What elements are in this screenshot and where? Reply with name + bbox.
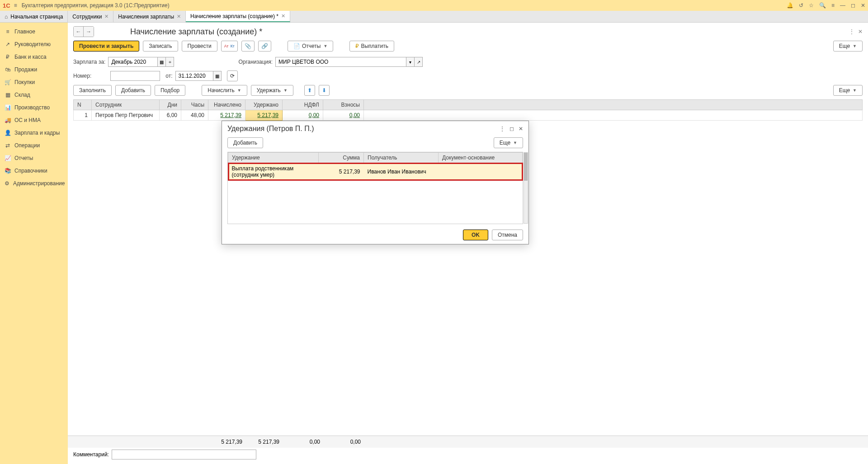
open-link-icon[interactable]: ↗ xyxy=(415,57,423,67)
tab-label: Начисления зарплаты xyxy=(118,14,174,20)
col-contrib[interactable]: Взносы xyxy=(323,100,364,110)
footer-totals: 5 217,39 5 217,39 0,00 0,00 xyxy=(68,436,868,448)
sidebar-item-warehouse[interactable]: ▦Склад xyxy=(0,89,68,101)
add-button[interactable]: Добавить xyxy=(115,85,151,96)
kebab-icon[interactable]: ⋮ xyxy=(849,28,854,35)
scrollbar[interactable] xyxy=(524,152,528,224)
cell-withheld[interactable]: 5 217,39 xyxy=(245,110,283,121)
close-icon[interactable]: ✕ xyxy=(519,126,523,132)
cancel-button[interactable]: Отмена xyxy=(492,230,523,240)
kebab-icon[interactable]: ⋮ xyxy=(500,126,505,132)
cell-employee: Петров Петр Петрович xyxy=(92,110,160,121)
close-icon[interactable]: ✕ xyxy=(104,14,108,19)
post-button[interactable]: Провести xyxy=(182,41,217,52)
spinner-icon[interactable]: ÷ xyxy=(166,57,174,67)
save-button[interactable]: Записать xyxy=(143,41,178,52)
number-input[interactable] xyxy=(110,71,160,81)
sidebar-item-label: Операции xyxy=(14,142,40,149)
fill-button[interactable]: Заполнить xyxy=(73,85,112,96)
cell-ndfl[interactable]: 0,00 xyxy=(283,110,323,121)
minimize-icon[interactable]: — xyxy=(840,2,845,9)
sidebar-item-sales[interactable]: 🛍Продажи xyxy=(0,63,68,76)
sidebar-item-operations[interactable]: ⇄Операции xyxy=(0,139,68,152)
org-input[interactable] xyxy=(275,57,406,67)
forward-button[interactable]: → xyxy=(84,27,94,37)
pay-button[interactable]: ₽Выплатить xyxy=(349,41,394,52)
reports-button[interactable]: 📄Отчеты▼ xyxy=(288,41,333,52)
close-window-icon[interactable]: ✕ xyxy=(861,2,865,9)
cell-basis xyxy=(439,163,523,181)
col-basis[interactable]: Документ-основание xyxy=(439,153,523,163)
comment-input[interactable] xyxy=(112,450,256,459)
sidebar-item-fixed-assets[interactable]: 🚚ОС и НМА xyxy=(0,114,68,127)
sidebar-item-admin[interactable]: ⚙Администрирование xyxy=(0,177,68,190)
sidebar-item-reports[interactable]: 📈Отчеты xyxy=(0,152,68,164)
cell-accrued[interactable]: 5 217,39 xyxy=(208,110,245,121)
modal-title: Удержания (Петров П. П.) xyxy=(227,125,500,133)
col-amount[interactable]: Сумма xyxy=(319,153,364,163)
search-icon[interactable]: 🔍 xyxy=(819,2,826,9)
tab-employees[interactable]: Сотрудники ✕ xyxy=(68,11,113,22)
page-header: ← → Начисление зарплаты (создание) * ⋮ ✕ xyxy=(68,23,868,39)
col-accrued[interactable]: Начислено xyxy=(208,100,245,110)
cell-amount: 5 217,39 xyxy=(319,163,364,181)
sidebar-item-main[interactable]: ≡Главное xyxy=(0,25,68,38)
col-n[interactable]: N xyxy=(74,100,92,110)
maximize-icon[interactable]: ◻ xyxy=(509,126,514,132)
tab-accrual-create[interactable]: Начисление зарплаты (создание) * ✕ xyxy=(186,11,290,22)
date-input[interactable] xyxy=(175,71,213,81)
modal-more-button[interactable]: Еще▼ xyxy=(494,137,523,148)
col-hours[interactable]: Часы xyxy=(181,100,208,110)
close-page-icon[interactable]: ✕ xyxy=(858,28,863,35)
history-icon[interactable]: ↺ xyxy=(799,2,803,9)
col-ndfl[interactable]: НДФЛ xyxy=(283,100,323,110)
dropdown-icon[interactable]: ▾ xyxy=(406,57,415,67)
bell-icon[interactable]: 🔔 xyxy=(787,2,793,9)
move-down-button[interactable]: ⬇ xyxy=(319,85,330,96)
accrue-button[interactable]: Начислить▼ xyxy=(202,85,247,96)
sidebar-item-bank[interactable]: ₽Банк и касса xyxy=(0,51,68,63)
back-button[interactable]: ← xyxy=(74,27,84,37)
close-icon[interactable]: ✕ xyxy=(281,13,285,19)
sidebar-item-catalogs[interactable]: 📚Справочники xyxy=(0,164,68,177)
salary-for-input[interactable] xyxy=(108,57,158,67)
col-withheld[interactable]: Удержано xyxy=(245,100,283,110)
calendar-icon[interactable]: ▦ xyxy=(158,57,166,67)
calendar-icon[interactable]: ▦ xyxy=(213,71,222,81)
ok-button[interactable]: OK xyxy=(463,230,488,240)
tab-home[interactable]: ⌂ Начальная страница xyxy=(0,11,68,22)
attach-button[interactable]: 📎 xyxy=(241,41,255,52)
hamburger-icon[interactable]: ≡ xyxy=(14,2,17,9)
refresh-button[interactable]: ⟳ xyxy=(227,70,238,81)
sidebar-item-production[interactable]: 📊Производство xyxy=(0,101,68,114)
more-grid-button[interactable]: Еще▼ xyxy=(833,85,863,96)
post-and-close-button[interactable]: Провести и закрыть xyxy=(73,41,139,52)
col-recipient[interactable]: Получатель xyxy=(364,153,439,163)
withhold-button[interactable]: Удержать▼ xyxy=(251,85,293,96)
table-row[interactable]: 1 Петров Петр Петрович 6,00 48,00 5 217,… xyxy=(74,110,863,121)
table-row[interactable]: Выплата родственникам (сотрудник умер) 5… xyxy=(228,163,523,181)
dt-kt-button[interactable]: АтКт xyxy=(221,41,238,52)
col-days[interactable]: Дни xyxy=(160,100,181,110)
more-button[interactable]: Еще▼ xyxy=(833,41,863,52)
link-button[interactable]: 🔗 xyxy=(258,41,271,52)
cell-contrib[interactable]: 0,00 xyxy=(323,110,364,121)
modal-add-button[interactable]: Добавить xyxy=(227,137,263,148)
sidebar-item-manager[interactable]: ↗Руководителю xyxy=(0,38,68,51)
move-up-button[interactable]: ⬆ xyxy=(304,85,315,96)
cell-deduction: Выплата родственникам (сотрудник умер) xyxy=(228,163,319,181)
filter-icon[interactable]: ≡ xyxy=(831,2,835,9)
col-employee[interactable]: Сотрудник xyxy=(92,100,160,110)
star-icon[interactable]: ☆ xyxy=(809,2,814,9)
number-label: Номер: xyxy=(73,73,91,79)
col-deduction[interactable]: Удержание xyxy=(228,153,319,163)
pick-button[interactable]: Подбор xyxy=(155,85,185,96)
sidebar-item-label: Главное xyxy=(14,28,35,35)
cell-n: 1 xyxy=(74,110,92,121)
sidebar-item-purchases[interactable]: 🛒Покупки xyxy=(0,76,68,89)
sidebar-item-payroll[interactable]: 👤Зарплата и кадры xyxy=(0,127,68,139)
tab-accruals[interactable]: Начисления зарплаты ✕ xyxy=(113,11,186,22)
total-contrib: 0,00 xyxy=(324,438,364,446)
close-icon[interactable]: ✕ xyxy=(177,14,181,19)
maximize-icon[interactable]: ◻ xyxy=(851,2,855,9)
